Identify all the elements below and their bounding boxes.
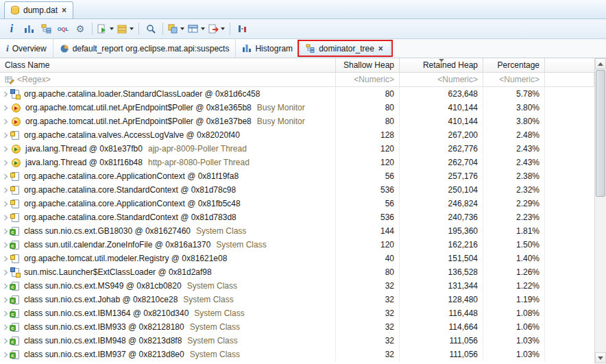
histogram-icon: [242, 44, 252, 53]
table-row[interactable]: class sun.nio.cs.ext.IBM937 @ 0x8213d8e0…: [0, 348, 594, 361]
shallow-heap-value: 80: [336, 101, 400, 114]
loader-icon: [12, 268, 19, 277]
shallow-heap-value: 128: [336, 128, 400, 142]
expand-chevron-icon[interactable]: [3, 215, 8, 221]
retained-heap-value: 623,648: [400, 87, 483, 101]
table-row[interactable]: class sun.nio.cs.ext.IBM948 @ 0x8213d8f8…: [0, 334, 594, 348]
object-icon: [12, 213, 19, 222]
column-header-percentage[interactable]: Percentage: [483, 58, 545, 72]
expand-chevron-icon[interactable]: [3, 297, 8, 303]
table-row[interactable]: org.apache.catalina.loader.StandardClass…: [0, 87, 594, 101]
percentage-value: 2.23%: [483, 210, 545, 224]
table-row[interactable]: org.apache.catalina.core.StandardContext…: [0, 183, 594, 197]
retained-heap-filter-input[interactable]: <Numeric>: [400, 73, 483, 86]
query-browser-icon[interactable]: [143, 21, 159, 37]
dominator-tree-icon: [306, 44, 315, 53]
row-suffix: System Class: [187, 281, 237, 291]
table-row[interactable]: org.apache.tomcat.util.modeler.Registry …: [0, 252, 594, 265]
heap-dump-database-icon: [10, 5, 20, 15]
expand-chevron-icon[interactable]: [3, 160, 8, 166]
table-row[interactable]: class sun.nio.cs.ext.GB18030 @ 0x8162746…: [0, 224, 594, 238]
calculate-retained-size-icon[interactable]: [167, 21, 186, 37]
expand-chevron-icon[interactable]: [3, 187, 8, 193]
table-row[interactable]: class sun.nio.cs.ext.IBM933 @ 0x82128180…: [0, 320, 594, 334]
class-name-cell: org.apache.catalina.core.ApplicationCont…: [0, 169, 336, 183]
class-name-cell: org.apache.catalina.core.StandardContext…: [0, 183, 336, 197]
percentage-filter-input[interactable]: <Numeric>: [483, 73, 545, 86]
column-header-shallow-heap[interactable]: Shallow Heap: [336, 58, 400, 72]
expand-chevron-icon[interactable]: [3, 256, 8, 262]
class-name-cell: org.apache.catalina.valves.AccessLogValv…: [0, 128, 336, 142]
expand-chevron-icon[interactable]: [3, 105, 8, 111]
percentage-value: 1.22%: [483, 279, 545, 293]
scroll-down-button[interactable]: [595, 352, 606, 363]
retained-heap-value: 262,704: [400, 156, 483, 169]
percentage-value: 1.19%: [483, 293, 545, 306]
row-suffix: Busy Monitor: [257, 103, 305, 112]
oql-icon[interactable]: OQL: [55, 21, 71, 37]
expand-chevron-icon[interactable]: [3, 324, 8, 330]
table-row[interactable]: sun.misc.Launcher$ExtClassLoader @ 0x81d…: [0, 265, 594, 279]
overview-icon[interactable]: i: [3, 21, 20, 37]
histogram-icon[interactable]: [21, 21, 37, 37]
table-row[interactable]: org.apache.tomcat.util.net.AprEndpoint$P…: [0, 114, 594, 128]
table-row[interactable]: org.apache.catalina.core.ApplicationCont…: [0, 197, 594, 210]
retained-heap-value: 410,144: [400, 101, 483, 114]
row-label: org.apache.tomcat.util.net.AprEndpoint$P…: [25, 103, 252, 112]
expand-chevron-icon[interactable]: [3, 132, 8, 138]
expand-chevron-icon[interactable]: [3, 119, 8, 125]
row-label: class sun.nio.cs.ext.Johab @ 0x8210ce28: [24, 295, 178, 304]
expand-chevron-icon[interactable]: [3, 338, 8, 344]
column-header-class-name[interactable]: Class Name: [0, 58, 336, 72]
table-row[interactable]: class sun.util.calendar.ZoneInfoFile @ 0…: [0, 238, 594, 252]
expand-chevron-icon[interactable]: [3, 228, 8, 234]
expand-chevron-icon[interactable]: [3, 311, 8, 317]
column-header-retained-heap[interactable]: Retained Heap: [400, 58, 483, 72]
tab-histogram[interactable]: Histogram: [236, 39, 300, 58]
dominator-tree-icon[interactable]: [38, 21, 54, 37]
retained-heap-value: 250,104: [400, 183, 483, 197]
expand-chevron-icon[interactable]: [3, 173, 8, 180]
regex-filter-input[interactable]: <Regex>: [0, 73, 336, 86]
editor-tab-close-icon[interactable]: ×: [61, 5, 67, 15]
compare-icon[interactable]: [234, 21, 250, 37]
expand-chevron-icon[interactable]: [3, 201, 8, 207]
vertical-scrollbar[interactable]: [594, 58, 606, 363]
tab-overview[interactable]: i Overview: [0, 39, 53, 58]
table-row[interactable]: org.apache.catalina.core.ApplicationCont…: [0, 169, 594, 183]
customize-table-icon[interactable]: [186, 21, 206, 37]
expand-chevron-icon[interactable]: [3, 269, 8, 276]
class-icon: [12, 350, 19, 359]
class-name-cell: org.apache.tomcat.util.net.AprEndpoint$P…: [0, 101, 336, 114]
table-row[interactable]: org.apache.catalina.valves.AccessLogValv…: [0, 128, 594, 142]
tab-dominator-tree[interactable]: dominator_tree ×: [300, 39, 391, 58]
expand-chevron-icon[interactable]: [3, 283, 8, 289]
toolbar-separator: [230, 23, 230, 35]
export-icon[interactable]: [207, 21, 226, 37]
tab-histogram-label: Histogram: [255, 44, 293, 53]
scroll-up-button[interactable]: [595, 58, 606, 69]
table-row[interactable]: org.apache.tomcat.util.net.AprEndpoint$P…: [0, 101, 594, 114]
scrollbar-thumb[interactable]: [596, 70, 605, 197]
thread-overview-icon[interactable]: ⚙: [72, 21, 88, 37]
table-row[interactable]: java.lang.Thread @ 0x81f16b48 http-apr-8…: [0, 156, 594, 169]
table-row[interactable]: java.lang.Thread @ 0x81e37fb0 ajp-apr-80…: [0, 142, 594, 156]
expand-chevron-icon[interactable]: [3, 242, 8, 248]
group-by-icon[interactable]: [116, 21, 135, 37]
table-row[interactable]: class sun.nio.cs.ext.MS949 @ 0x81cb0820 …: [0, 279, 594, 293]
row-label: org.apache.catalina.loader.StandardClass…: [24, 89, 260, 99]
tab-close-icon[interactable]: ×: [378, 44, 384, 53]
table-row[interactable]: class sun.nio.cs.ext.IBM1364 @ 0x8210d34…: [0, 306, 594, 320]
percentage-value: 2.38%: [483, 169, 545, 183]
expand-chevron-icon[interactable]: [3, 352, 8, 358]
editor-tab-dump-dat[interactable]: dump.dat ×: [4, 1, 73, 19]
tab-default-report[interactable]: default_report org.eclipse.mat.api:suspe…: [53, 39, 237, 58]
row-label: class sun.nio.cs.ext.IBM948 @ 0x8213d8f8: [24, 336, 182, 345]
table-row[interactable]: class sun.nio.cs.ext.Johab @ 0x8210ce28 …: [0, 293, 594, 306]
shallow-heap-filter-input[interactable]: <Numeric>: [336, 73, 400, 86]
expand-chevron-icon[interactable]: [3, 146, 8, 152]
editor-tab-bar: dump.dat ×: [0, 0, 606, 19]
table-row[interactable]: org.apache.catalina.core.StandardContext…: [0, 210, 594, 224]
run-expert-report-icon[interactable]: [96, 21, 115, 37]
expand-chevron-icon[interactable]: [3, 91, 8, 97]
